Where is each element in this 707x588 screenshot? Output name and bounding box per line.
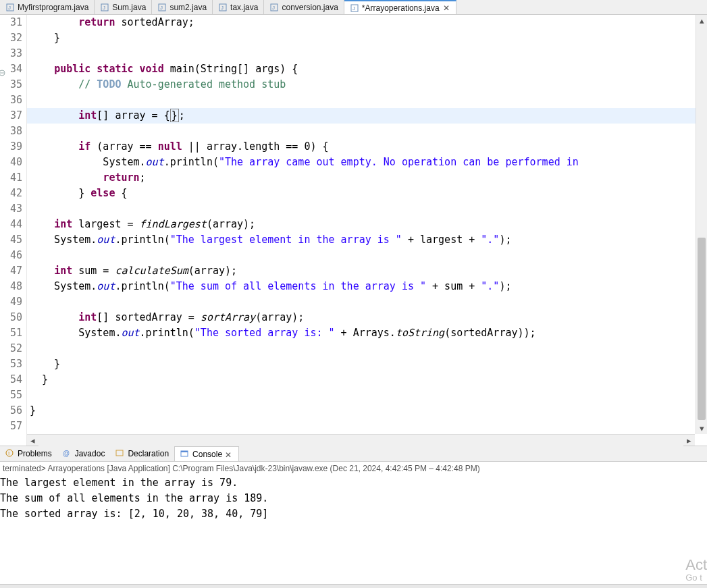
svg-text:!: ! — [8, 450, 9, 456]
close-icon[interactable]: ✕ — [225, 450, 233, 458]
tab-label: *Arrayoperations.java — [362, 3, 440, 13]
code-content[interactable]: return sortedArray; } public static void… — [27, 15, 707, 446]
svg-text:J: J — [272, 5, 275, 11]
editor-tab-bar: J Myfirstprogram.java J Sum.java J sum2.… — [0, 0, 707, 15]
editor-tab-active[interactable]: J *Arrayoperations.java ✕ — [344, 0, 456, 14]
svg-text:J: J — [352, 5, 355, 11]
watermark-line2: Go t — [685, 573, 707, 583]
horizontal-scrollbar[interactable]: ◂ ▸ — [27, 434, 695, 446]
svg-text:J: J — [103, 5, 105, 11]
editor-tab[interactable]: J Myfirstprogram.java — [0, 0, 95, 14]
editor-tab[interactable]: J sum2.java — [152, 0, 213, 14]
editor-tab[interactable]: J Sum.java — [95, 0, 152, 14]
java-file-icon: J — [218, 3, 228, 12]
code-editor[interactable]: 3132333435363738394041424344454647484950… — [0, 15, 707, 446]
scroll-down-arrow-icon[interactable]: ▾ — [696, 423, 707, 434]
panel-tab-problems[interactable]: ! Problems — [0, 446, 57, 461]
activation-watermark: Act Go t — [685, 557, 707, 583]
console-header: terminated> Arrayoperations [Java Applic… — [0, 462, 707, 475]
panel-tab-label: Declaration — [128, 449, 169, 458]
svg-text:J: J — [221, 5, 224, 11]
watermark-line1: Act — [685, 557, 707, 573]
problems-icon: ! — [5, 449, 15, 458]
panel-tab-declaration[interactable]: Declaration — [110, 446, 174, 461]
panel-tab-console[interactable]: Console ✕ — [174, 446, 239, 461]
editor-tab[interactable]: J tax.java — [213, 0, 264, 14]
panel-tab-javadoc[interactable]: @ Javadoc — [57, 446, 111, 461]
console-output[interactable]: The largest element in the array is 79. … — [0, 475, 707, 556]
declaration-icon — [115, 449, 125, 458]
svg-text:@: @ — [63, 450, 70, 457]
scrollbar-thumb[interactable] — [698, 238, 706, 420]
scroll-left-arrow-icon[interactable]: ◂ — [27, 435, 38, 446]
svg-text:J: J — [160, 5, 163, 11]
scrollbar-track[interactable] — [38, 435, 683, 446]
svg-rect-17 — [116, 450, 123, 456]
tab-label: tax.java — [230, 3, 258, 12]
javadoc-icon: @ — [63, 449, 72, 458]
console-icon — [180, 450, 190, 459]
tab-label: Sum.java — [112, 3, 146, 12]
java-file-icon: J — [350, 3, 359, 13]
vertical-scrollbar[interactable]: ▴ ▾ — [696, 15, 707, 434]
bottom-panel-tab-bar: ! Problems @ Javadoc Declaration Console… — [0, 446, 707, 462]
panel-tab-label: Javadoc — [75, 449, 105, 458]
close-icon[interactable]: ✕ — [442, 4, 450, 12]
java-file-icon: J — [100, 3, 109, 12]
svg-rect-19 — [181, 451, 188, 452]
tab-label: Myfirstprogram.java — [18, 3, 88, 12]
java-file-icon: J — [5, 3, 15, 12]
tab-label: sum2.java — [169, 3, 207, 12]
java-file-icon: J — [157, 3, 167, 12]
editor-tab[interactable]: J conversion.java — [264, 0, 344, 14]
panel-tab-label: Problems — [18, 449, 52, 458]
line-number-gutter: 3132333435363738394041424344454647484950… — [0, 15, 27, 446]
svg-text:J: J — [8, 5, 11, 11]
tab-label: conversion.java — [282, 3, 338, 12]
status-bar — [0, 584, 707, 588]
panel-tab-label: Console — [192, 450, 222, 459]
scroll-up-arrow-icon[interactable]: ▴ — [696, 15, 707, 26]
scroll-right-arrow-icon[interactable]: ▸ — [683, 435, 695, 446]
java-file-icon: J — [269, 3, 279, 12]
